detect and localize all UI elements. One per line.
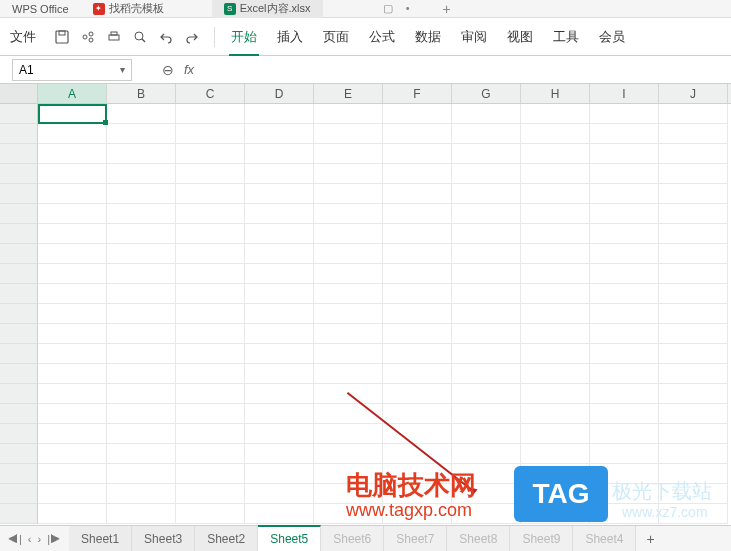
sheet-tab[interactable]: Sheet8 — [447, 526, 510, 552]
cell[interactable] — [314, 424, 383, 444]
cell[interactable] — [176, 104, 245, 124]
cell[interactable] — [38, 224, 107, 244]
cell[interactable] — [38, 184, 107, 204]
cell[interactable] — [590, 284, 659, 304]
cell[interactable] — [521, 144, 590, 164]
row-header[interactable] — [0, 244, 37, 264]
add-tab-button[interactable]: + — [443, 1, 451, 17]
row-header[interactable] — [0, 324, 37, 344]
cell[interactable] — [659, 304, 728, 324]
cell[interactable] — [452, 364, 521, 384]
preview-icon[interactable] — [132, 29, 148, 45]
cell[interactable] — [659, 264, 728, 284]
cell[interactable] — [452, 124, 521, 144]
cell[interactable] — [314, 124, 383, 144]
cell[interactable] — [521, 464, 590, 484]
cell[interactable] — [659, 484, 728, 504]
cell[interactable] — [452, 264, 521, 284]
cell[interactable] — [245, 364, 314, 384]
cell[interactable] — [38, 164, 107, 184]
cell[interactable] — [107, 264, 176, 284]
cell[interactable] — [245, 464, 314, 484]
cell[interactable] — [521, 364, 590, 384]
cell[interactable] — [452, 424, 521, 444]
save-icon[interactable] — [54, 29, 70, 45]
row-header[interactable] — [0, 104, 37, 124]
cell[interactable] — [452, 204, 521, 224]
cell[interactable] — [38, 444, 107, 464]
cell[interactable] — [314, 164, 383, 184]
cell[interactable] — [590, 184, 659, 204]
menu-formula[interactable]: 公式 — [359, 18, 405, 56]
cell[interactable] — [383, 164, 452, 184]
cell[interactable] — [383, 424, 452, 444]
cell[interactable] — [245, 144, 314, 164]
cell[interactable] — [590, 244, 659, 264]
sheet-first-icon[interactable]: ⯇| — [8, 533, 22, 545]
cell[interactable] — [521, 444, 590, 464]
col-header-C[interactable]: C — [176, 84, 245, 103]
cell[interactable] — [176, 204, 245, 224]
cell[interactable] — [659, 504, 728, 524]
cell[interactable] — [314, 384, 383, 404]
app-name-tab[interactable]: WPS Office — [0, 0, 81, 18]
cell[interactable] — [383, 404, 452, 424]
cell[interactable] — [314, 264, 383, 284]
menu-data[interactable]: 数据 — [405, 18, 451, 56]
print-icon[interactable] — [106, 29, 122, 45]
cell[interactable] — [521, 264, 590, 284]
cell[interactable] — [245, 184, 314, 204]
cell[interactable] — [383, 224, 452, 244]
row-header[interactable] — [0, 304, 37, 324]
cell[interactable] — [452, 184, 521, 204]
cell[interactable] — [176, 364, 245, 384]
col-header-G[interactable]: G — [452, 84, 521, 103]
cell[interactable] — [521, 504, 590, 524]
cell[interactable] — [38, 324, 107, 344]
cell[interactable] — [521, 184, 590, 204]
col-header-A[interactable]: A — [38, 84, 107, 103]
row-header[interactable] — [0, 184, 37, 204]
cell[interactable] — [107, 144, 176, 164]
cell[interactable] — [107, 484, 176, 504]
cell[interactable] — [659, 104, 728, 124]
cell[interactable] — [383, 344, 452, 364]
cell[interactable] — [383, 244, 452, 264]
cell[interactable] — [38, 404, 107, 424]
cell[interactable] — [590, 224, 659, 244]
cell[interactable] — [590, 264, 659, 284]
cell[interactable] — [176, 504, 245, 524]
cell[interactable] — [452, 464, 521, 484]
cell[interactable] — [659, 404, 728, 424]
cell[interactable] — [176, 444, 245, 464]
cell[interactable] — [314, 204, 383, 224]
cell[interactable] — [245, 484, 314, 504]
cell[interactable] — [659, 424, 728, 444]
cell[interactable] — [107, 424, 176, 444]
zoom-out-icon[interactable]: ⊖ — [162, 62, 174, 78]
cell[interactable] — [38, 104, 107, 124]
sheet-tab[interactable]: Sheet1 — [69, 526, 132, 552]
cell[interactable] — [314, 504, 383, 524]
row-header[interactable] — [0, 404, 37, 424]
cell[interactable] — [659, 224, 728, 244]
cell[interactable] — [452, 304, 521, 324]
cell[interactable] — [38, 504, 107, 524]
cell[interactable] — [107, 284, 176, 304]
cell[interactable] — [176, 264, 245, 284]
cell[interactable] — [383, 304, 452, 324]
menu-review[interactable]: 审阅 — [451, 18, 497, 56]
cell[interactable] — [521, 324, 590, 344]
sheet-tab[interactable]: Sheet2 — [195, 526, 258, 552]
cell[interactable] — [314, 104, 383, 124]
row-header[interactable] — [0, 124, 37, 144]
cell[interactable] — [590, 404, 659, 424]
cell[interactable] — [314, 364, 383, 384]
cell[interactable] — [521, 484, 590, 504]
cell[interactable] — [521, 164, 590, 184]
cell[interactable] — [176, 424, 245, 444]
cell[interactable] — [107, 244, 176, 264]
cell[interactable] — [245, 164, 314, 184]
cell[interactable] — [590, 204, 659, 224]
doc-more-icon[interactable]: • — [403, 2, 413, 15]
